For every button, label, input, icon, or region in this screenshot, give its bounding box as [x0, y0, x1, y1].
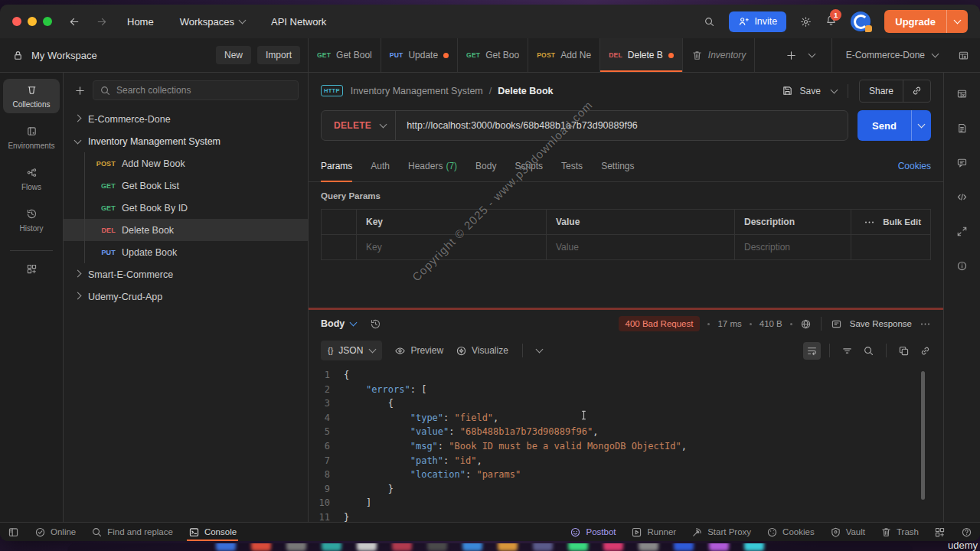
menu-api-network[interactable]: API Network [271, 16, 326, 28]
response-body-selector[interactable]: Body [321, 318, 345, 329]
add-collection-button[interactable] [74, 85, 86, 96]
link-icon[interactable] [920, 345, 931, 357]
collection-e-commerce-done[interactable]: E-Commerce-Done [64, 108, 308, 130]
statusbar-console[interactable]: Console [188, 523, 237, 541]
upgrade-dropdown[interactable] [946, 10, 968, 33]
workspace-tab-1[interactable]: PUTUpdate [381, 38, 458, 72]
info-icon[interactable] [956, 260, 968, 272]
tab-settings[interactable]: Settings [601, 150, 634, 181]
notifications-button[interactable]: 1 [825, 15, 837, 29]
gear-icon[interactable] [800, 16, 812, 28]
status-badge[interactable]: 400 Bad Request [619, 316, 701, 331]
rail-item-environments[interactable]: Environments [3, 120, 60, 155]
param-description-input[interactable]: Description [735, 235, 851, 259]
configure-panes-icon[interactable] [26, 263, 38, 275]
rail-item-collections[interactable]: Collections [3, 79, 60, 113]
request-add-new-book[interactable]: POSTAdd New Book [64, 152, 308, 174]
copy-icon[interactable] [898, 345, 910, 357]
wrap-text-icon[interactable] [803, 342, 821, 360]
url-input[interactable]: http://localhost:3000/books/68b488b1a7b7… [396, 120, 648, 131]
menu-home[interactable]: Home [127, 16, 154, 28]
preview-button[interactable]: Preview [394, 345, 443, 357]
environment-quicklook-icon[interactable] [958, 50, 969, 61]
cookies-link[interactable]: Cookies [898, 161, 931, 171]
collection-smart-e-commerce[interactable]: Smart-E-Commerce [64, 263, 308, 285]
param-key-input[interactable]: Key [357, 235, 547, 259]
upgrade-button[interactable]: Upgrade [884, 10, 968, 33]
method-chevron-icon[interactable] [380, 121, 387, 129]
workspace-name[interactable]: My Workspace [31, 50, 97, 61]
copy-link-button[interactable] [903, 80, 930, 102]
share-button[interactable]: Share [860, 86, 903, 96]
workspace-tab-0[interactable]: GETGet Bool [309, 38, 381, 72]
save-button[interactable]: Save [782, 85, 821, 96]
statusbar-online[interactable]: Online [34, 523, 76, 541]
tab-list-chevron-icon[interactable] [808, 51, 815, 58]
code-icon[interactable] [956, 191, 968, 203]
minimize-window-button[interactable] [28, 17, 37, 26]
env-quicklook-icon[interactable] [956, 88, 968, 99]
rail-item-history[interactable]: History [3, 203, 60, 237]
statusbar-postbot[interactable]: Postbot [570, 527, 616, 538]
workspace-tab-2[interactable]: GETGet Boo [458, 38, 528, 72]
rail-item-flows[interactable]: Flows [3, 161, 60, 196]
network-info-icon[interactable] [800, 318, 812, 330]
environment-selector[interactable]: E-Commerce-Done [831, 38, 941, 72]
request-delete-book[interactable]: DELDelete Book [64, 219, 308, 241]
sync-icon[interactable] [956, 226, 968, 237]
request-update-book[interactable]: PUTUpdate Book [64, 241, 308, 263]
breadcrumb-request[interactable]: Delete Book [498, 86, 553, 96]
statusbar-runner[interactable]: Runner [631, 527, 676, 538]
scrollbar[interactable] [921, 371, 925, 500]
tab-headers[interactable]: Headers(7) [408, 150, 457, 181]
statusbar-help-icon[interactable] [961, 527, 972, 538]
statusbar-trash[interactable]: Trash [880, 527, 919, 538]
filter-icon[interactable] [841, 345, 853, 357]
statusbar-panel-toggle-icon[interactable] [8, 523, 19, 541]
response-time[interactable]: 17 ms [717, 319, 741, 328]
collection-udemy-crud-app[interactable]: Udemy-Crud-App [64, 285, 308, 308]
save-response-button[interactable]: Save Response [850, 319, 912, 328]
comments-icon[interactable] [956, 157, 968, 168]
param-value-input[interactable]: Value [547, 235, 735, 259]
format-options-chevron-icon[interactable] [535, 346, 543, 354]
maximize-window-button[interactable] [43, 17, 52, 26]
breadcrumb-collection[interactable]: Inventory Management System [351, 86, 483, 96]
tab-params[interactable]: Params [321, 150, 352, 181]
statusbar-cookies[interactable]: Cookies [766, 527, 815, 538]
forward-arrow-icon[interactable] [96, 16, 107, 28]
response-body-editor[interactable]: 1{2 "errors": [3 {4 "type": "field",5 "v… [309, 364, 943, 522]
documentation-icon[interactable] [956, 122, 968, 134]
more-options-icon[interactable] [864, 217, 875, 228]
tab-tests[interactable]: Tests [561, 150, 583, 181]
search-collections-input[interactable] [116, 85, 292, 96]
import-button[interactable]: Import [257, 46, 300, 64]
new-tab-button[interactable] [786, 50, 797, 61]
avatar[interactable] [851, 11, 871, 31]
statusbar-find-and-replace[interactable]: Find and replace [91, 523, 173, 541]
tab-body[interactable]: Body [475, 150, 496, 181]
close-window-button[interactable] [12, 17, 21, 26]
workspace-tab-5[interactable]: Inventory [683, 38, 755, 72]
tab-scripts[interactable]: Scripts [514, 150, 543, 181]
visualize-button[interactable]: Visualize [456, 345, 508, 357]
search-icon[interactable] [704, 16, 715, 28]
tab-auth[interactable]: Auth [371, 150, 390, 181]
back-arrow-icon[interactable] [69, 16, 80, 28]
collection-inventory management system[interactable]: Inventory Management System [64, 130, 308, 152]
send-button[interactable]: Send [858, 110, 931, 141]
bulk-edit-button[interactable]: Bulk Edit [883, 217, 921, 227]
menu-workspaces[interactable]: Workspaces [180, 16, 245, 28]
method-selector[interactable]: DELETE [322, 120, 381, 131]
statusbar-vault[interactable]: Vault [830, 527, 865, 538]
response-size[interactable]: 410 B [760, 319, 782, 328]
response-format-selector[interactable]: {} JSON [321, 341, 382, 360]
statusbar-start-proxy[interactable]: Start Proxy [691, 527, 751, 538]
workspace-tab-4[interactable]: DELDelete B [600, 38, 683, 72]
send-options-chevron-icon[interactable] [911, 110, 931, 141]
statusbar-windows-icon[interactable] [934, 527, 946, 538]
workspace-tab-3[interactable]: POSTAdd Ne [528, 38, 600, 72]
request-get-book-list[interactable]: GETGet Book List [64, 174, 308, 197]
search-collections-box[interactable] [93, 80, 299, 100]
response-history-icon[interactable] [370, 318, 381, 330]
